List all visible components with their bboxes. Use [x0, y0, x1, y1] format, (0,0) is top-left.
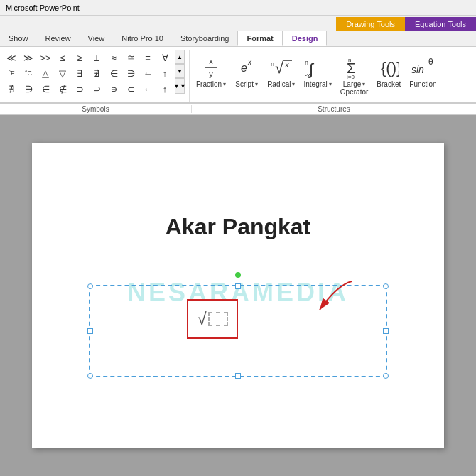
selection-box — [89, 285, 387, 377]
tab-nitro[interactable]: Nitro Pro 10 — [113, 31, 172, 46]
handle-ml[interactable] — [87, 328, 93, 334]
sym-r3-7[interactable]: ∍ — [105, 81, 122, 97]
script-label: Script ▾ — [235, 80, 258, 88]
ribbon: ≪ ≫ >> ≤ ≥ ± ≈ ≅ ≡ ∀ °F °C △ ▽ ∃ ∄ ∈ ∋ ← — [0, 47, 476, 104]
sym-r3-6[interactable]: ⊇ — [88, 81, 105, 97]
tab-design[interactable]: Design — [283, 31, 328, 46]
bracket-label: Bracket — [377, 80, 401, 88]
tab-storyboarding[interactable]: Storyboarding — [172, 31, 238, 46]
sym-leq[interactable]: ≤ — [54, 50, 71, 65]
drawing-tools-tab[interactable]: Drawing Tools — [336, 17, 405, 31]
handle-bl[interactable] — [87, 373, 93, 379]
svg-text:y: y — [209, 70, 213, 78]
symbols-section: ≪ ≫ >> ≤ ≥ ± ≈ ≅ ≡ ∀ °F °C △ ▽ ∃ ∄ ∈ ∋ ← — [3, 50, 190, 102]
structures-section: x y Fraction ▾ e x — [193, 50, 473, 102]
fraction-label: Fraction ▾ — [196, 80, 226, 88]
handle-mr[interactable] — [383, 328, 389, 334]
sym-forall[interactable]: ∀ — [156, 50, 173, 65]
sym-r3-4[interactable]: ∉ — [54, 81, 71, 97]
radical-label: Radical ▾ — [267, 80, 295, 88]
app-title: Microsoft PowerPoint — [6, 4, 80, 12]
sym-cong[interactable]: ≅ — [122, 50, 139, 65]
handle-br[interactable] — [383, 373, 389, 379]
sym-in[interactable]: ∈ — [105, 65, 122, 81]
function-icon: sin θ — [410, 55, 436, 80]
sym-approx[interactable]: ≈ — [105, 50, 122, 65]
handle-tr[interactable] — [383, 283, 389, 289]
handle-bc[interactable] — [235, 373, 241, 379]
handle-tl[interactable] — [87, 283, 93, 289]
rotate-handle[interactable] — [235, 272, 241, 278]
tab-format[interactable]: Format — [237, 31, 282, 46]
svg-text:n: n — [271, 60, 274, 67]
bracket-icon: {()} — [378, 55, 399, 80]
sym-r3-8[interactable]: ⊂ — [122, 81, 139, 97]
bracket-button[interactable]: {()} Bracket — [373, 53, 404, 90]
scroll-up[interactable]: ▲ — [175, 50, 185, 64]
radical-icon: n √ x — [269, 55, 293, 80]
sym-ni[interactable]: ∋ — [122, 65, 139, 81]
handle-tc[interactable] — [235, 283, 241, 289]
structures-items: x y Fraction ▾ e x — [193, 50, 473, 102]
svg-text:√: √ — [275, 59, 284, 77]
ribbon-bottom: Symbols Structures — [0, 104, 476, 115]
slide-area: NESARAMEDIA Akar Pangkat √ — [0, 115, 476, 476]
sym-r3-10[interactable]: ↑ — [156, 81, 173, 97]
sym-equiv[interactable]: ≡ — [139, 50, 156, 65]
tool-tab-bar: Drawing Tools Equation Tools — [0, 16, 476, 31]
integral-label: Integral ▾ — [303, 80, 331, 88]
structures-label: Structures — [192, 105, 476, 113]
svg-text:x: x — [247, 58, 252, 66]
sym-exists[interactable]: ∃ — [71, 65, 88, 81]
sym-r3-3[interactable]: ∈ — [37, 81, 54, 97]
svg-text:sin: sin — [411, 64, 424, 75]
sym-ll[interactable]: ≪ — [3, 50, 20, 65]
sym-uarr[interactable]: ↑ — [156, 65, 173, 81]
sym-degf[interactable]: °F — [3, 65, 20, 81]
slide-title: Akar Pangkat — [166, 214, 311, 240]
title-bar: Microsoft PowerPoint — [0, 0, 476, 16]
fraction-dropdown-arrow: ▾ — [223, 81, 226, 87]
sym-nexists[interactable]: ∄ — [88, 65, 105, 81]
tab-view[interactable]: View — [80, 31, 114, 46]
sym-gt[interactable]: ≫ — [20, 50, 37, 65]
svg-text:-x: -x — [305, 72, 310, 79]
function-button[interactable]: sin θ Function — [406, 53, 440, 90]
svg-text:x: x — [284, 60, 289, 69]
radical-formula: √ — [197, 309, 227, 329]
sym-r3-5[interactable]: ⊃ — [71, 81, 88, 97]
arrow-indicator — [295, 278, 359, 320]
integral-button[interactable]: n ∫ -x Integral ▾ — [300, 53, 335, 90]
radical-formula-box[interactable]: √ — [187, 299, 238, 339]
script-button[interactable]: e x Script ▾ — [231, 53, 262, 90]
sym-larr[interactable]: ← — [139, 65, 156, 81]
sym-r3-9[interactable]: ← — [139, 81, 156, 97]
svg-text:i=0: i=0 — [347, 74, 355, 80]
sym-r3-1[interactable]: ∄ — [3, 81, 20, 97]
watermark: NESARAMEDIA — [127, 278, 349, 308]
fraction-button[interactable]: x y Fraction ▾ — [193, 53, 229, 90]
scroll-more[interactable]: ▼▼ — [175, 78, 185, 94]
radical-button[interactable]: n √ x Radical ▾ — [264, 53, 298, 90]
large-operator-button[interactable]: n Σ i=0 Large ▾ Operator — [337, 53, 372, 98]
svg-text:n: n — [305, 59, 308, 66]
scroll-dn[interactable]: ▼ — [175, 64, 185, 78]
sym-r3-2[interactable]: ∋ — [20, 81, 37, 97]
symbols-scroll: ▲ ▼ ▼▼ — [175, 50, 185, 94]
sym-geq[interactable]: ≥ — [71, 50, 88, 65]
svg-text:{()}: {()} — [381, 59, 399, 77]
sym-tri-dn[interactable]: ▽ — [54, 65, 71, 81]
sym-gg[interactable]: >> — [37, 50, 54, 65]
integral-icon: n ∫ -x — [305, 55, 330, 80]
symbols-label: Symbols — [0, 105, 192, 113]
slide[interactable]: NESARAMEDIA Akar Pangkat √ — [32, 143, 444, 448]
tab-review[interactable]: Review — [37, 31, 80, 46]
sym-degc[interactable]: °C — [20, 65, 37, 81]
sym-pm[interactable]: ± — [88, 50, 105, 65]
ribbon-tabs: Show Review View Nitro Pro 10 Storyboard… — [0, 31, 476, 47]
equation-tools-tab[interactable]: Equation Tools — [405, 17, 476, 31]
function-label: Function — [409, 80, 436, 88]
tab-show[interactable]: Show — [0, 31, 37, 46]
radical-symbol: √ — [197, 309, 206, 329]
sym-tri-up[interactable]: △ — [37, 65, 54, 81]
